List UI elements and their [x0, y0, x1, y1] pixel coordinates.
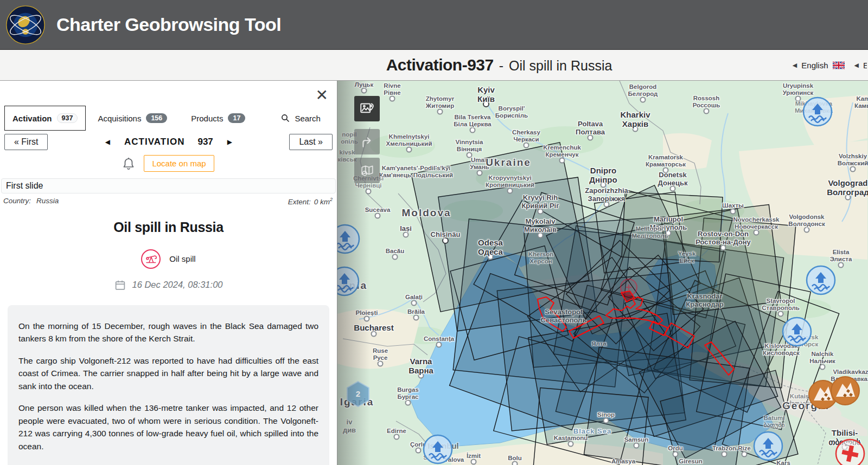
charter-geobrowsing-app: Charter Geobrowsing Tool Activation-937 …	[0, 0, 868, 465]
activation-navigation: « First ◀ ACTIVATION 937 ▶ Last »	[4, 134, 333, 150]
bell-icon[interactable]	[123, 157, 135, 170]
slide-meta: Country:Russia Extent:0 km2	[0, 193, 337, 206]
svg-text:2: 2	[356, 389, 360, 398]
description-paragraph: The cargo ship Volgoneft-212 was reporte…	[18, 354, 318, 393]
first-activation-button[interactable]: « First	[4, 134, 48, 150]
search-icon	[281, 114, 290, 122]
hazard-row: Oil spill	[0, 249, 337, 269]
activation-description: On the morning of 15 December, rough wav…	[8, 305, 329, 465]
oil-spill-activation-marker-icon[interactable]	[621, 279, 637, 295]
activation-subtitle-bar: Activation-937 - Oil spill in Russia ◀ E…	[0, 50, 868, 81]
map-zoom-tool-button[interactable]	[354, 158, 380, 183]
tab-products[interactable]: Products 17	[191, 106, 245, 130]
country-label: Country:	[3, 197, 31, 205]
earthquake-activation-marker-icon[interactable]	[836, 440, 864, 465]
oil-spill-icon	[141, 249, 161, 269]
flood-activation-marker-icon[interactable]	[337, 267, 359, 295]
map[interactable]: ЛуцькRivneРівнеZhytomyrЖитомирKyivКиївBo…	[337, 81, 868, 465]
language-next-icon[interactable]: ◀	[854, 62, 859, 68]
tab-acquisitions[interactable]: Acquisitions 156	[98, 106, 167, 130]
description-paragraph: On the morning of 15 December, rough wav…	[18, 320, 318, 345]
flood-activation-marker-icon[interactable]	[807, 266, 835, 294]
extent-value: 0 km	[314, 198, 330, 206]
directions-button[interactable]	[354, 129, 380, 154]
prev-activation-icon[interactable]: ◀	[104, 137, 111, 147]
locate-row: Locate on map	[0, 155, 337, 172]
description-paragraph: One person was killed when the 136-metre…	[18, 402, 318, 453]
extent-label: Extent:	[288, 198, 311, 206]
country-value: Russia	[36, 197, 59, 205]
activation-name: Oil spill in Russia	[509, 58, 612, 74]
country-field: Country:Russia	[3, 197, 64, 206]
landslide-activation-marker-icon[interactable]	[831, 377, 859, 405]
map-markers-layer: 2	[337, 81, 867, 465]
locate-on-map-button[interactable]: Locate on map	[144, 155, 214, 172]
close-icon[interactable]: ✕	[316, 86, 328, 104]
flood-activation-marker-icon[interactable]	[337, 225, 359, 253]
basemap-button[interactable]	[354, 96, 380, 121]
uk-flag-icon	[833, 61, 845, 69]
activation-panel: ✕ Activation 937 Acquisitions 156 Produc…	[0, 81, 337, 465]
next-activation-icon[interactable]: ▶	[226, 137, 233, 147]
extent-field: Extent:0 km2	[285, 197, 333, 206]
activation-cluster-marker[interactable]: 2	[347, 382, 369, 406]
charter-logo-icon	[5, 5, 46, 45]
language-label[interactable]: English	[801, 61, 828, 70]
date-row: 16 Dec 2024, 08:31:00	[0, 279, 337, 291]
app-title: Charter Geobrowsing Tool	[56, 14, 281, 35]
hazard-label: Oil spill	[169, 254, 195, 263]
language-prev-icon[interactable]: ◀	[793, 62, 797, 68]
activation-id: Activation-937	[386, 56, 494, 74]
activation-datetime: 16 Dec 2024, 08:31:00	[132, 280, 223, 290]
flood-activation-marker-icon[interactable]	[803, 98, 832, 126]
calendar-icon	[114, 279, 126, 291]
panel-tabs: Activation 937 Acquisitions 156 Products…	[0, 106, 337, 131]
top-header: Charter Geobrowsing Tool	[0, 0, 868, 50]
activation-nav-center: ◀ ACTIVATION 937 ▶	[104, 137, 233, 147]
activation-count-badge: 937	[57, 113, 78, 123]
tab-search[interactable]: Search	[281, 107, 321, 130]
slide-selector[interactable]: First slide	[1, 178, 336, 193]
activation-nav-number: 937	[197, 137, 213, 147]
next-language-partial[interactable]: English	[863, 61, 867, 70]
flood-activation-marker-icon[interactable]	[754, 432, 782, 460]
separator: -	[499, 58, 503, 74]
extent-superscript: 2	[330, 197, 333, 202]
flood-activation-marker-icon[interactable]	[783, 318, 811, 346]
last-activation-button[interactable]: Last »	[289, 134, 333, 150]
flood-activation-marker-icon[interactable]	[424, 435, 452, 463]
slide-title: Oil spill in Russia	[0, 219, 337, 235]
main-content: ✕ Activation 937 Acquisitions 156 Produc…	[0, 81, 868, 465]
products-count-badge: 17	[228, 113, 245, 123]
language-selector[interactable]: ◀ English ◀ English	[793, 61, 867, 70]
acquisitions-count-badge: 156	[146, 113, 167, 123]
activation-nav-title: ACTIVATION	[124, 137, 184, 147]
tab-activation[interactable]: Activation 937	[4, 106, 86, 131]
activation-heading: Activation-937 - Oil spill in Russia	[386, 56, 612, 74]
